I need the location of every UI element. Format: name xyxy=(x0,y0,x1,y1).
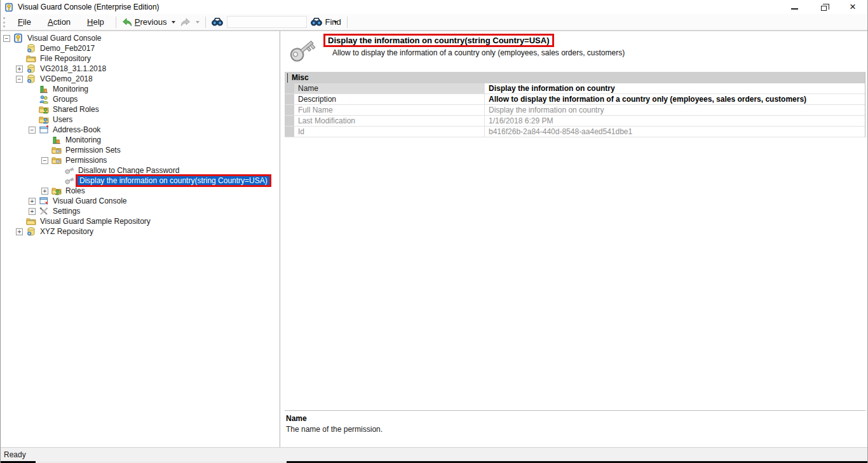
close-button[interactable]: × xyxy=(838,0,867,14)
previous-label: Previous xyxy=(135,17,167,27)
tree-item-roles[interactable]: Roles xyxy=(1,186,280,196)
forward-button[interactable] xyxy=(178,16,193,29)
tree-item-file-repository[interactable]: File Repository xyxy=(1,53,280,64)
property-category-misc[interactable]: Misc xyxy=(285,72,865,83)
repository-database-icon xyxy=(25,64,36,74)
collapse-expander[interactable] xyxy=(16,76,23,83)
property-value[interactable]: Display the information on country xyxy=(485,83,865,93)
console-window-icon xyxy=(38,196,49,206)
tree-item-visual-guard-sample-repository[interactable]: Visual Guard Sample Repository xyxy=(1,216,280,226)
property-row-id[interactable]: Id b416f26b-2a84-440d-8548-aa4ed541dbe1 xyxy=(285,127,865,137)
previous-dropdown-caret[interactable] xyxy=(172,21,175,24)
tree-item-display-information-country[interactable]: Display the information on country(strin… xyxy=(1,176,280,186)
find-button[interactable]: Find xyxy=(308,16,343,28)
tree-item-vg2018[interactable]: VG2018_31.1.2018 xyxy=(1,64,280,74)
property-value: b416f26b-2a84-440d-8548-aa4ed541dbe1 xyxy=(485,127,865,137)
tree-item-users[interactable]: Users xyxy=(1,114,280,125)
tree-item-vgdemo-2018[interactable]: VGDemo_2018 xyxy=(1,74,280,84)
search-button[interactable] xyxy=(209,16,226,28)
folder-repository-icon xyxy=(25,53,36,64)
minimize-button[interactable] xyxy=(780,0,809,14)
help-text: The name of the permission. xyxy=(286,425,864,434)
tree-item-groups[interactable]: Groups xyxy=(1,94,280,104)
tree-item-visual-guard-console[interactable]: Visual Guard Console xyxy=(1,196,280,206)
binoculars-icon xyxy=(311,17,322,27)
expand-expander[interactable] xyxy=(41,188,48,195)
key-icon xyxy=(64,165,74,176)
property-label: Last Modification xyxy=(294,116,485,126)
groups-people-icon xyxy=(38,94,49,104)
property-label: Full Name xyxy=(294,105,485,115)
monitoring-chart-icon xyxy=(51,135,62,145)
toolbar-separator xyxy=(116,17,116,28)
property-row-full-name[interactable]: Full Name Display the information on cou… xyxy=(285,105,865,116)
collapse-expander[interactable] xyxy=(41,157,48,164)
detail-panel: Display the information on country(strin… xyxy=(280,31,867,447)
menu-action[interactable]: Action xyxy=(41,15,77,29)
detail-empty-area xyxy=(280,137,867,410)
detail-subtitle: Allow to display the information of a co… xyxy=(332,48,625,57)
app-logo-icon xyxy=(4,3,14,12)
collapse-expander[interactable] xyxy=(29,127,36,134)
menu-file[interactable]: File xyxy=(11,15,37,29)
detail-title: Display the information on country(strin… xyxy=(323,34,554,47)
window-title: Visual Guard Console (Enterprise Edition… xyxy=(18,3,159,11)
previous-button[interactable]: Previous xyxy=(119,16,170,29)
application-window-icon xyxy=(38,125,49,135)
expand-expander[interactable] xyxy=(16,228,23,235)
category-label: Misc xyxy=(288,73,309,82)
search-combobox[interactable] xyxy=(227,16,307,28)
tree-item-demo-feb2017[interactable]: Demo_Feb2017 xyxy=(1,43,280,53)
help-title: Name xyxy=(286,414,864,423)
close-icon: × xyxy=(850,3,856,11)
folder-key-icon xyxy=(51,155,62,165)
title-bar: Visual Guard Console (Enterprise Edition… xyxy=(1,0,867,14)
folder-person-blue-icon xyxy=(38,114,49,125)
property-value: 1/16/2018 6:29 PM xyxy=(485,116,865,126)
main-area: Visual Guard Console Demo_Feb2017 File R… xyxy=(1,31,867,447)
window-controls: × xyxy=(780,0,867,14)
property-row-name[interactable]: Name Display the information on country xyxy=(285,83,865,94)
property-help-panel: Name The name of the permission. xyxy=(285,410,865,447)
tree-item-permission-sets[interactable]: Permission Sets xyxy=(1,145,280,155)
tree-item-address-book[interactable]: Address-Book xyxy=(1,125,280,135)
forward-dropdown-caret[interactable] xyxy=(196,21,200,24)
tree-item-xyz-repository[interactable]: XYZ Repository xyxy=(1,226,280,237)
large-key-icon xyxy=(287,34,318,67)
tree-item-visual-guard-console-root[interactable]: Visual Guard Console xyxy=(1,33,280,43)
property-row-description[interactable]: Description Allow to display the informa… xyxy=(285,94,865,105)
tree-item-address-book-monitoring[interactable]: Monitoring xyxy=(1,135,280,145)
property-value: Display the information on country xyxy=(485,105,865,115)
visual-guard-logo-icon xyxy=(13,33,24,43)
toolbar-grip-icon[interactable] xyxy=(3,17,6,27)
toolbar-separator xyxy=(205,17,206,28)
tree-item-permissions[interactable]: Permissions xyxy=(1,155,280,165)
property-grid: Misc Name Display the information on cou… xyxy=(285,72,865,137)
folder-repository-icon xyxy=(25,216,36,226)
status-text: Ready xyxy=(4,450,26,459)
expand-expander[interactable] xyxy=(16,66,23,73)
tree-item-shared-roles[interactable]: Shared Roles xyxy=(1,104,280,114)
property-row-last-modification[interactable]: Last Modification 1/16/2018 6:29 PM xyxy=(285,116,865,127)
tree-item-settings[interactable]: Settings xyxy=(1,206,280,216)
tree-item-monitoring[interactable]: Monitoring xyxy=(1,84,280,94)
detail-header: Display the information on country(strin… xyxy=(280,31,867,72)
key-icon xyxy=(64,176,74,186)
minimize-icon xyxy=(791,8,798,10)
folder-person-green-icon xyxy=(38,104,49,114)
property-label: Name xyxy=(294,83,485,93)
menu-help[interactable]: Help xyxy=(81,15,111,29)
folder-people-green-icon xyxy=(51,186,62,196)
property-label: Id xyxy=(294,127,485,137)
property-value[interactable]: Allow to display the information of a co… xyxy=(485,94,865,104)
restore-icon xyxy=(821,6,827,11)
repository-database-icon xyxy=(25,226,36,237)
back-arrow-icon xyxy=(122,17,132,27)
selected-tree-item-label: Display the information on country(strin… xyxy=(78,176,269,185)
collapse-expander[interactable] xyxy=(3,35,10,42)
settings-tools-icon xyxy=(38,206,49,216)
restore-button[interactable] xyxy=(809,0,838,14)
folder-key-icon xyxy=(51,145,62,155)
expand-expander[interactable] xyxy=(29,208,36,215)
expand-expander[interactable] xyxy=(29,198,36,205)
